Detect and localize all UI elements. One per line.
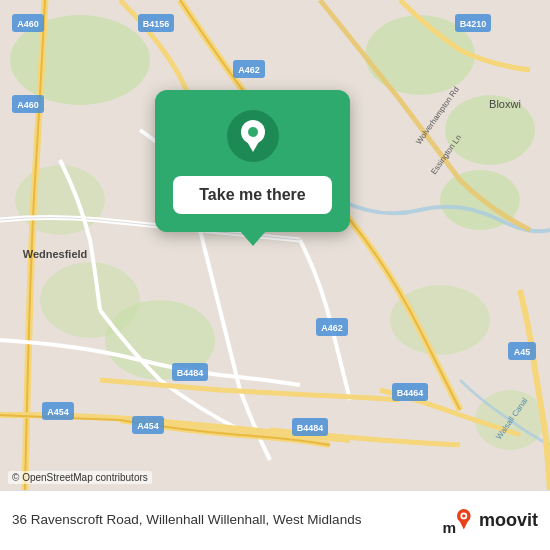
bottom-bar: 36 Ravenscroft Road, Willenhall Willenha…: [0, 490, 550, 550]
svg-text:A45: A45: [514, 347, 531, 357]
map-container: A460 B4156 B4210 A460 A462 A462 Wednesfi…: [0, 0, 550, 490]
svg-text:A462: A462: [238, 65, 260, 75]
svg-text:A460: A460: [17, 19, 39, 29]
location-icon-circle: [227, 110, 279, 162]
moovit-logo-icon: m: [440, 504, 474, 538]
svg-text:B4464: B4464: [397, 388, 424, 398]
svg-text:B4484: B4484: [177, 368, 204, 378]
svg-marker-41: [245, 138, 261, 152]
svg-text:m: m: [443, 518, 457, 535]
svg-text:B4210: B4210: [460, 19, 487, 29]
svg-text:B4484: B4484: [297, 423, 324, 433]
svg-text:Wednesfield: Wednesfield: [23, 248, 88, 260]
svg-point-9: [15, 165, 105, 235]
svg-point-6: [40, 262, 140, 338]
moovit-logo: m moovit: [440, 504, 538, 538]
svg-point-42: [248, 127, 258, 137]
moovit-text: moovit: [479, 510, 538, 531]
svg-text:A462: A462: [321, 323, 343, 333]
navigation-popup: Take me there: [155, 90, 350, 232]
svg-text:A460: A460: [17, 100, 39, 110]
svg-text:A454: A454: [47, 407, 69, 417]
svg-text:B4156: B4156: [143, 19, 170, 29]
svg-point-47: [462, 514, 465, 517]
location-pin-icon: [239, 120, 267, 152]
take-me-there-button[interactable]: Take me there: [173, 176, 332, 214]
svg-text:Bloxwi: Bloxwi: [489, 98, 521, 110]
address-text: 36 Ravenscroft Road, Willenhall Willenha…: [12, 511, 440, 529]
map-svg: A460 B4156 B4210 A460 A462 A462 Wednesfi…: [0, 0, 550, 490]
svg-text:A454: A454: [137, 421, 159, 431]
